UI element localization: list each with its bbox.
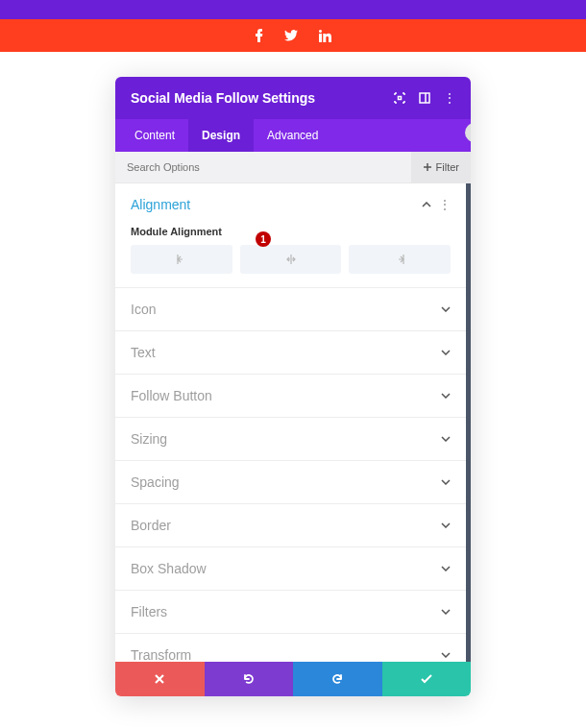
section-header[interactable]: Sizing — [131, 431, 451, 447]
section-title: Alignment — [131, 197, 190, 212]
section-sizing: Sizing — [115, 418, 466, 461]
tab-design[interactable]: Design — [188, 119, 254, 152]
section-box-shadow: Box Shadow — [115, 547, 466, 591]
modal-title: Social Media Follow Settings — [131, 90, 315, 106]
section-header[interactable]: Box Shadow — [131, 561, 451, 576]
section-header[interactable]: Transform — [131, 647, 451, 662]
section-transform: Transform — [115, 634, 466, 662]
section-border: Border — [115, 504, 466, 547]
align-left-button[interactable] — [131, 245, 232, 274]
chevron-down-icon — [441, 479, 451, 485]
section-filters: Filters — [115, 591, 466, 634]
align-center-button[interactable] — [240, 245, 342, 274]
modal-header: Social Media Follow Settings ⋮ — [115, 77, 471, 119]
section-follow-button: Follow Button — [115, 375, 466, 418]
filter-button[interactable]: Filter — [411, 152, 471, 182]
alignment-button-group: 1 — [131, 245, 451, 274]
section-title: Transform — [131, 647, 191, 662]
alignment-options: Module Alignment 1 — [131, 212, 451, 274]
section-header[interactable]: Spacing — [131, 474, 451, 490]
more-icon[interactable]: ⋮ — [444, 91, 455, 105]
tab-advanced[interactable]: Advanced — [254, 119, 331, 152]
chevron-down-icon — [441, 306, 451, 312]
section-title: Box Shadow — [131, 561, 207, 576]
chevron-down-icon — [441, 350, 451, 355]
save-button[interactable] — [382, 662, 472, 696]
section-text: Text — [115, 331, 466, 375]
chevron-down-icon — [441, 522, 451, 528]
chevron-down-icon — [441, 566, 451, 571]
section-alignment: Alignment ⋮ Module Alignment 1 — [115, 183, 466, 288]
section-header[interactable]: Filters — [131, 604, 451, 619]
section-title: Spacing — [131, 474, 180, 490]
modal-footer — [115, 662, 471, 696]
svg-rect-0 — [399, 97, 402, 100]
undo-button[interactable] — [205, 662, 294, 696]
filter-label: Filter — [436, 161, 459, 173]
section-title: Follow Button — [131, 388, 212, 403]
page-top-purple-bar — [0, 0, 586, 19]
section-header[interactable]: Border — [131, 518, 451, 533]
chevron-down-icon — [441, 393, 451, 399]
chevron-up-icon — [422, 202, 431, 207]
chevron-down-icon — [441, 652, 451, 658]
section-header[interactable]: Follow Button — [131, 388, 451, 403]
snap-icon[interactable] — [419, 92, 430, 104]
section-more-icon[interactable]: ⋮ — [439, 198, 451, 211]
section-title: Icon — [131, 302, 156, 317]
modal-tabs: Content Design Advanced — [115, 119, 471, 152]
section-icon: Icon — [115, 288, 466, 331]
redo-button[interactable] — [293, 662, 382, 696]
section-title: Filters — [131, 604, 167, 619]
page-social-bar — [0, 19, 586, 52]
section-header[interactable]: Icon — [131, 302, 451, 317]
cancel-button[interactable] — [115, 662, 205, 696]
twitter-icon[interactable] — [284, 30, 298, 41]
search-row: Filter — [115, 152, 471, 183]
tab-content[interactable]: Content — [121, 119, 188, 152]
linkedin-icon[interactable] — [319, 30, 331, 42]
section-header[interactable]: Alignment ⋮ — [131, 197, 451, 212]
section-title: Sizing — [131, 431, 167, 447]
section-title: Text — [131, 345, 156, 360]
svg-rect-1 — [420, 93, 429, 103]
option-label: Module Alignment — [131, 226, 451, 237]
search-input[interactable] — [115, 152, 411, 182]
settings-modal: ✕ Social Media Follow Settings ⋮ Content… — [115, 77, 471, 696]
align-right-button[interactable] — [349, 245, 451, 274]
section-header[interactable]: Text — [131, 345, 451, 360]
modal-body[interactable]: Alignment ⋮ Module Alignment 1 — [115, 183, 471, 662]
section-spacing: Spacing — [115, 461, 466, 504]
chevron-down-icon — [441, 436, 451, 442]
expand-icon[interactable] — [394, 92, 405, 104]
section-title: Border — [131, 518, 171, 533]
chevron-down-icon — [441, 609, 451, 615]
annotation-badge: 1 — [256, 231, 271, 247]
header-action-icons: ⋮ — [394, 91, 455, 105]
page-background: ✕ Social Media Follow Settings ⋮ Content… — [0, 52, 586, 728]
facebook-icon[interactable] — [256, 29, 263, 42]
